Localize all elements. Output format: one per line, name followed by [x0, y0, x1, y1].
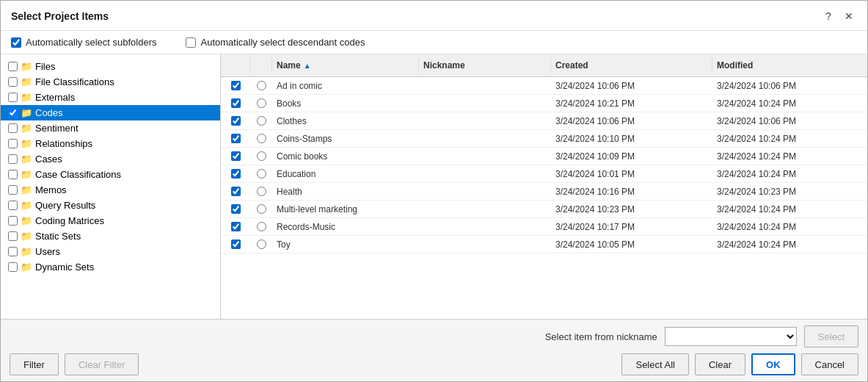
row-name-8: Records-Music — [272, 220, 419, 234]
help-button[interactable]: ? — [820, 8, 836, 24]
tree-item-checkbox-file-classifications[interactable] — [8, 77, 18, 87]
tree-item-file-classifications[interactable]: 📁File Classifications — [1, 74, 220, 90]
tree-item-users[interactable]: 📁Users — [1, 244, 220, 259]
tree-item-checkbox-codes[interactable] — [8, 108, 18, 118]
tree-item-query-results[interactable]: 📁Query Results — [1, 198, 220, 213]
row-checkbox-2[interactable] — [231, 116, 241, 126]
table-row[interactable]: Ad in comic3/24/2024 10:06 PM3/24/2024 1… — [221, 77, 867, 95]
row-checkbox-3[interactable] — [231, 134, 241, 143]
filter-button[interactable]: Filter — [10, 353, 59, 375]
row-radio-6[interactable] — [257, 187, 266, 196]
row-radio-2[interactable] — [257, 116, 266, 126]
tree-item-checkbox-dynamic-sets[interactable] — [8, 262, 18, 272]
row-modified-8: 3/24/2024 10:24 PM — [712, 220, 867, 234]
nickname-label: Select item from nickname — [545, 331, 657, 342]
tree-item-checkbox-users[interactable] — [8, 247, 18, 256]
row-radio-4[interactable] — [257, 151, 266, 161]
nickname-row: Select item from nickname Select — [10, 325, 858, 347]
table-row[interactable]: Education3/24/2024 10:01 PM3/24/2024 10:… — [221, 165, 867, 183]
tree-item-checkbox-relationships[interactable] — [8, 139, 18, 148]
row-checkbox-cell-6 — [221, 184, 250, 198]
row-checkbox-cell-1 — [221, 96, 250, 110]
row-modified-2: 3/24/2024 10:06 PM — [712, 114, 867, 129]
row-radio-9[interactable] — [257, 239, 266, 249]
table-row[interactable]: Records-Music3/24/2024 10:17 PM3/24/2024… — [221, 218, 867, 236]
row-nickname-6 — [419, 190, 551, 194]
col-name[interactable]: Name — [272, 57, 419, 73]
row-radio-cell-5 — [250, 167, 272, 181]
tree-item-files[interactable]: 📁Files — [1, 59, 220, 74]
auto-descendant-checkbox[interactable] — [186, 37, 196, 48]
buttons-row: Filter Clear Filter Select All Clear OK … — [10, 353, 858, 375]
clear-button[interactable]: Clear — [695, 353, 745, 375]
tree-item-checkbox-externals[interactable] — [8, 93, 18, 102]
row-checkbox-0[interactable] — [231, 81, 241, 90]
tree-item-checkbox-query-results[interactable] — [8, 201, 18, 210]
main-area: 📁Files📁File Classifications📁Externals📁Co… — [1, 54, 867, 319]
right-panel: Name Nickname Created Modified Ad in com… — [221, 54, 867, 319]
tree-item-checkbox-static-sets[interactable] — [8, 231, 18, 241]
table-row[interactable]: Books3/24/2024 10:21 PM3/24/2024 10:24 P… — [221, 95, 867, 112]
close-button[interactable]: ✕ — [841, 8, 857, 24]
tree-item-checkbox-coding-matrices[interactable] — [8, 216, 18, 226]
row-checkbox-4[interactable] — [231, 151, 241, 161]
tree-item-checkbox-sentiment[interactable] — [8, 123, 18, 133]
cancel-button[interactable]: Cancel — [801, 353, 858, 375]
table-row[interactable]: Comic books3/24/2024 10:09 PM3/24/2024 1… — [221, 148, 867, 165]
tree-item-checkbox-memos[interactable] — [8, 185, 18, 195]
row-nickname-0 — [419, 84, 551, 88]
auto-subfolders-checkbox[interactable] — [11, 37, 21, 48]
row-created-6: 3/24/2024 10:16 PM — [551, 184, 712, 199]
auto-descendant-option[interactable]: Automatically select descendant codes — [186, 37, 365, 48]
table-row[interactable]: Multi-level marketing3/24/2024 10:23 PM3… — [221, 201, 867, 218]
tree-item-label-query-results: Query Results — [35, 200, 95, 211]
tree-item-cases[interactable]: 📁Cases — [1, 151, 220, 167]
tree-item-sentiment[interactable]: 📁Sentiment — [1, 120, 220, 136]
auto-subfolders-option[interactable]: Automatically select subfolders — [11, 37, 156, 48]
row-modified-3: 3/24/2024 10:24 PM — [712, 131, 867, 146]
table-row[interactable]: Toy3/24/2024 10:05 PM3/24/2024 10:24 PM — [221, 236, 867, 253]
tree-item-checkbox-files[interactable] — [8, 62, 18, 71]
row-radio-8[interactable] — [257, 222, 266, 231]
tree-item-memos[interactable]: 📁Memos — [1, 182, 220, 198]
row-radio-1[interactable] — [257, 98, 266, 108]
table-row[interactable]: Coins-Stamps3/24/2024 10:10 PM3/24/2024 … — [221, 130, 867, 148]
folder-icon-coding-matrices: 📁 — [21, 215, 32, 226]
table-row[interactable]: Clothes3/24/2024 10:06 PM3/24/2024 10:06… — [221, 112, 867, 130]
nickname-select[interactable] — [665, 327, 797, 346]
tree-item-dynamic-sets[interactable]: 📁Dynamic Sets — [1, 259, 220, 275]
select-all-button[interactable]: Select All — [621, 353, 688, 375]
tree-item-relationships[interactable]: 📁Relationships — [1, 136, 220, 151]
row-checkbox-7[interactable] — [231, 204, 241, 214]
row-radio-cell-3 — [250, 131, 272, 145]
row-nickname-7 — [419, 207, 551, 212]
row-name-2: Clothes — [272, 114, 419, 129]
row-radio-5[interactable] — [257, 169, 266, 179]
tree-item-checkbox-cases[interactable] — [8, 154, 18, 164]
row-radio-3[interactable] — [257, 134, 266, 143]
row-modified-1: 3/24/2024 10:24 PM — [712, 96, 867, 111]
clear-filter-button[interactable]: Clear Filter — [65, 353, 139, 375]
row-radio-7[interactable] — [257, 204, 266, 214]
row-radio-0[interactable] — [257, 81, 266, 90]
select-nickname-button[interactable]: Select — [804, 325, 858, 347]
tree-item-label-cases: Cases — [35, 154, 62, 165]
tree-item-codes[interactable]: 📁Codes — [1, 105, 220, 120]
row-checkbox-1[interactable] — [231, 98, 241, 108]
tree-item-externals[interactable]: 📁Externals — [1, 90, 220, 105]
row-created-1: 3/24/2024 10:21 PM — [551, 96, 712, 111]
tree-item-static-sets[interactable]: 📁Static Sets — [1, 228, 220, 244]
row-checkbox-5[interactable] — [231, 169, 241, 179]
ok-button[interactable]: OK — [751, 353, 795, 375]
row-checkbox-6[interactable] — [231, 187, 241, 196]
tree-item-case-classifications[interactable]: 📁Case Classifications — [1, 167, 220, 182]
row-checkbox-9[interactable] — [231, 239, 241, 249]
folder-icon-file-classifications: 📁 — [21, 76, 32, 87]
tree-item-checkbox-case-classifications[interactable] — [8, 170, 18, 179]
tree-item-label-dynamic-sets: Dynamic Sets — [35, 262, 94, 273]
row-checkbox-cell-7 — [221, 202, 250, 216]
row-name-3: Coins-Stamps — [272, 131, 419, 146]
table-row[interactable]: Health3/24/2024 10:16 PM3/24/2024 10:23 … — [221, 183, 867, 201]
row-checkbox-8[interactable] — [231, 222, 241, 231]
tree-item-coding-matrices[interactable]: 📁Coding Matrices — [1, 213, 220, 228]
